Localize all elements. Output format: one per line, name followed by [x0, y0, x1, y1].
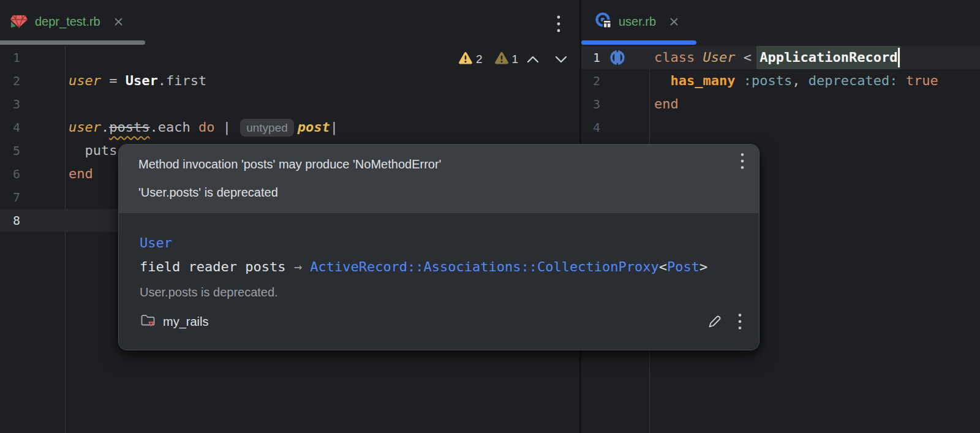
inspections-widget[interactable]: 2 1 — [458, 48, 567, 70]
rails-module-folder-icon — [140, 312, 156, 331]
line-number[interactable]: 3 — [0, 92, 20, 116]
close-tab-icon[interactable] — [669, 17, 679, 26]
tab-underline-active — [581, 40, 696, 45]
line-number[interactable]: 2 — [0, 69, 20, 92]
code-segment — [897, 73, 905, 88]
tab-label: depr_test.rb — [35, 15, 100, 29]
previous-highlight-chevron-up-icon[interactable] — [527, 56, 539, 63]
code-segment — [735, 73, 743, 88]
code-segment: .each — [149, 119, 198, 135]
close-tab-icon[interactable] — [114, 17, 123, 26]
code-segment: > — [699, 259, 707, 274]
code-segment: do — [198, 119, 215, 135]
code-segment: = — [101, 73, 126, 88]
line-number[interactable]: 4 — [0, 116, 20, 139]
code-segment: ApplicationRecord — [756, 46, 900, 69]
code-segment: | — [330, 119, 338, 135]
model-icon — [594, 11, 612, 32]
code-text: class User < ApplicationRecord — [654, 46, 897, 69]
code-segment: < — [659, 259, 667, 274]
ide-window: depr_test.rb 12user = User.first34user.p… — [0, 0, 980, 433]
code-segment: . — [101, 119, 109, 135]
deprecation-message: 'User.posts' is deprecated — [138, 184, 722, 200]
model-gutter-icon[interactable] — [609, 50, 625, 66]
code-segment — [654, 73, 671, 88]
code-line[interactable]: 2 has_many :posts, deprecated: true — [581, 69, 980, 92]
code-text: end — [69, 162, 93, 186]
code-text: user = User.first — [69, 69, 206, 92]
warning-icon — [458, 51, 473, 67]
tab-depr-test-rb[interactable]: depr_test.rb — [9, 0, 123, 43]
line-number[interactable]: 1 — [0, 46, 20, 69]
line-number[interactable]: 8 — [0, 209, 20, 232]
weak-warning-count: 1 — [512, 53, 519, 66]
line-number[interactable]: 5 — [0, 139, 20, 162]
next-highlight-chevron-down-icon[interactable] — [555, 56, 567, 63]
code-segment: field reader posts — [140, 259, 294, 274]
code-line[interactable]: 2user = User.first — [0, 69, 579, 92]
code-line[interactable]: 3end — [581, 92, 980, 116]
code-segment: → — [294, 259, 302, 274]
popup-doc-section: User field reader posts → ActiveRecord::… — [119, 213, 759, 350]
code-segment: untyped — [240, 119, 294, 137]
module-name: my_rails — [163, 315, 208, 329]
code-segment: end — [654, 96, 679, 111]
code-segment: .first — [158, 73, 206, 88]
doc-signature: field reader posts → ActiveRecord::Assoc… — [140, 255, 747, 279]
code-segment: posts — [109, 119, 149, 135]
warning-message: Method invocation 'posts' may produce 'N… — [138, 156, 722, 172]
code-segment: ActiveRecord::Associations::CollectionPr… — [310, 259, 659, 274]
code-segment: puts — [69, 143, 117, 158]
line-number[interactable]: 4 — [581, 116, 600, 139]
code-segment: user — [69, 119, 101, 135]
line-number[interactable]: 3 — [581, 92, 600, 116]
code-segment: deprecated: — [809, 73, 898, 88]
code-segment: true — [906, 73, 938, 88]
code-segment: has_many — [671, 73, 736, 88]
more-options-kebab-icon[interactable] — [733, 311, 747, 332]
code-line[interactable]: 4 — [581, 116, 980, 139]
doc-deprecation-note: User.posts is deprecated. — [140, 284, 747, 300]
popup-footer: my_rails — [140, 309, 747, 334]
code-segment: Post — [667, 259, 699, 274]
code-line[interactable]: 3 — [0, 92, 579, 116]
tab-options-kebab-icon[interactable] — [552, 13, 565, 34]
line-number[interactable]: 2 — [581, 69, 600, 92]
warning-count: 2 — [476, 53, 483, 66]
tab-label: user.rb — [619, 15, 656, 29]
code-line[interactable]: 1 class User < ApplicationRecord — [581, 46, 980, 69]
line-number[interactable]: 1 — [581, 46, 600, 69]
code-segment: user — [69, 73, 101, 88]
tab-underline-inactive — [0, 40, 145, 45]
ruby-gem-icon — [9, 11, 29, 32]
doc-class-name: User — [140, 231, 747, 255]
code-segment: end — [69, 166, 93, 181]
code-text: user.posts.each do | untypedpost| — [69, 116, 338, 139]
line-number[interactable]: 6 — [0, 162, 20, 186]
code-text: has_many :posts, deprecated: true — [654, 69, 938, 92]
code-segment: , — [792, 73, 809, 88]
tab-user-rb[interactable]: user.rb — [594, 0, 679, 43]
code-segment: :posts — [744, 73, 792, 88]
code-segment — [302, 259, 310, 274]
code-segment: post — [298, 119, 330, 135]
tabbar-left: depr_test.rb — [0, 0, 579, 46]
code-segment: User — [703, 50, 735, 65]
inspection-popup: Method invocation 'posts' may produce 'N… — [118, 144, 760, 350]
line-number[interactable]: 7 — [0, 186, 20, 209]
code-segment: User — [126, 73, 158, 88]
code-text: puts — [69, 139, 117, 162]
code-line[interactable]: 4user.posts.each do | untypedpost| — [0, 116, 579, 139]
code-text: end — [654, 92, 679, 116]
code-segment: | — [214, 119, 239, 135]
tabbar-right: user.rb — [581, 0, 980, 46]
popup-options-kebab-icon[interactable] — [736, 152, 749, 170]
edit-pencil-icon[interactable] — [704, 311, 725, 332]
code-segment: class — [654, 50, 703, 65]
weak-warning-icon — [494, 51, 509, 67]
popup-warning-section: Method invocation 'posts' may produce 'N… — [119, 145, 759, 213]
